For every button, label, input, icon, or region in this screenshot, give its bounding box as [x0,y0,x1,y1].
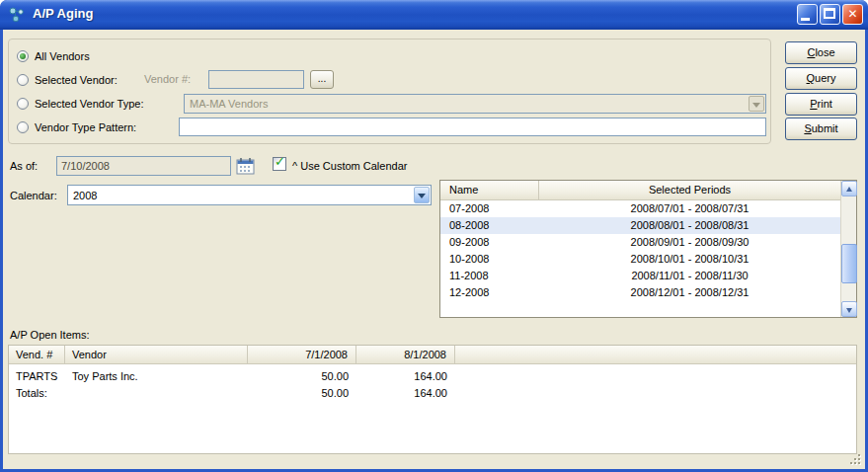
column-header-vendor[interactable]: Vendor [65,346,248,363]
column-header-vend-number[interactable]: Vend. # [9,346,65,363]
period-row[interactable]: 09-2008 2008/09/01 - 2008/09/30 [440,234,840,251]
close-button[interactable]: Close [785,41,857,64]
titlebar[interactable]: A/P Aging ✕ [0,0,868,30]
vendor-number-label: Vendor #: [144,73,191,85]
window-title: A/P Aging [33,6,93,21]
open-items-label: A/P Open Items: [10,329,90,341]
vendor-number-input[interactable] [208,70,304,89]
period-row[interactable]: 11-2008 2008/11/01 - 2008/11/30 [440,268,840,284]
vendor-selection-group: All Vendors Selected Vendor: Vendor #: .… [8,39,771,144]
submit-button[interactable]: Submit [785,118,857,140]
all-vendors-row: All Vendors [17,46,764,66]
print-button[interactable]: Print [785,93,857,116]
calendar-dropdown-arrow-icon[interactable] [414,187,430,203]
radio-selected-vendor-label[interactable]: Selected Vendor: [35,74,118,86]
period-name: 10-2008 [440,251,539,268]
calendar-icon [236,157,256,175]
use-custom-calendar-label[interactable]: ^ Use Custom Calendar [292,160,407,172]
check-icon: ✓ [275,154,285,169]
cell-vend-number: TPARTS [9,368,65,384]
open-items-row: TPARTS Toy Parts Inc. 50.00 164.00 [9,368,856,384]
radio-selected-vendor[interactable] [17,74,29,86]
cell-bucket1: 50.00 [248,368,356,384]
as-of-date-input[interactable] [56,156,231,176]
period-range: 2008/10/01 - 2008/10/31 [539,251,840,268]
app-icon [8,6,26,24]
cell-totals-label: Totals: [9,385,65,401]
periods-scrollbar[interactable] [840,181,856,317]
radio-selected-vendor-type-label[interactable]: Selected Vendor Type: [35,98,144,110]
ap-aging-window: A/P Aging ✕ All Vendors Selected Vendor: [0,0,868,472]
vendor-pattern-input[interactable] [179,118,766,136]
periods-list-header: Name Selected Periods [440,181,840,200]
minimize-button[interactable] [797,4,818,25]
cell-bucket1-total: 50.00 [248,385,356,401]
selected-vendor-row: Selected Vendor: Vendor #: ... [17,70,764,90]
use-custom-calendar-checkbox[interactable]: ✓ [273,157,286,171]
column-header-filler [455,346,856,363]
column-header-selected-periods[interactable]: Selected Periods [539,181,840,199]
calendar-select[interactable]: 2008 [67,185,432,205]
column-header-bucket1[interactable]: 7/1/2008 [248,346,356,363]
period-name: 11-2008 [440,268,539,284]
period-name: 09-2008 [440,234,539,251]
vendor-type-pattern-row: Vendor Type Pattern: [17,118,764,137]
as-of-label: As of: [10,160,38,172]
minimize-icon [801,18,810,21]
close-icon: ✕ [843,5,862,24]
vendor-browse-button[interactable]: ... [310,70,334,89]
cell-vendor: Toy Parts Inc. [65,368,248,384]
period-name: 12-2008 [440,284,539,301]
cell-bucket2-total: 164.00 [356,385,455,401]
query-button[interactable]: Query [785,67,857,90]
radio-all-vendors[interactable] [17,50,29,62]
open-items-totals-row: Totals: 50.00 164.00 [9,385,856,401]
scroll-up-icon [846,187,852,192]
periods-list: Name Selected Periods 07-2008 2008/07/01… [439,180,857,318]
column-header-bucket2[interactable]: 8/1/2008 [356,346,455,363]
cell-bucket2: 164.00 [356,368,455,384]
period-row[interactable]: 07-2008 2008/07/01 - 2008/07/31 [440,200,840,217]
cell-vendor [65,385,248,401]
radio-selected-vendor-type[interactable] [17,98,29,110]
radio-vendor-type-pattern[interactable] [17,121,29,133]
open-items-table: Vend. # Vendor 7/1/2008 8/1/2008 TPARTS … [8,345,857,454]
period-range: 2008/12/01 - 2008/12/31 [539,284,840,301]
period-range: 2008/11/01 - 2008/11/30 [539,268,840,284]
period-range: 2008/09/01 - 2008/09/30 [539,234,840,251]
period-row[interactable]: 10-2008 2008/10/01 - 2008/10/31 [440,251,840,268]
radio-vendor-type-pattern-label[interactable]: Vendor Type Pattern: [35,121,136,133]
scroll-down-icon [846,308,852,313]
period-row-selected[interactable]: 08-2008 2008/08/01 - 2008/08/31 [440,217,840,234]
dialog-body: All Vendors Selected Vendor: Vendor #: .… [3,30,865,469]
selected-vendor-type-row: Selected Vendor Type: MA-MA Vendors [17,94,764,114]
maximize-button[interactable] [820,4,840,25]
resize-grip[interactable] [849,453,862,466]
column-header-name[interactable]: Name [440,181,539,199]
period-row[interactable]: 12-2008 2008/12/01 - 2008/12/31 [440,284,840,301]
scroll-down-button[interactable] [841,301,857,317]
close-window-button[interactable]: ✕ [842,4,863,25]
scrollbar-thumb[interactable] [841,244,857,283]
period-range: 2008/08/01 - 2008/08/31 [539,217,840,234]
calendar-picker-button[interactable] [236,157,258,177]
calendar-value: 2008 [73,190,97,201]
period-name: 08-2008 [440,217,539,234]
period-range: 2008/07/01 - 2008/07/31 [539,200,840,217]
vendor-type-value: MA-MA Vendors [190,98,268,110]
period-name: 07-2008 [440,200,539,217]
scroll-up-button[interactable] [841,181,857,197]
maximize-icon [824,8,835,19]
dropdown-arrow-icon[interactable] [749,96,764,112]
vendor-type-select[interactable]: MA-MA Vendors [184,94,766,114]
calendar-label: Calendar: [10,190,57,201]
radio-all-vendors-label[interactable]: All Vendors [35,50,90,62]
window-controls: ✕ [797,4,863,25]
open-items-header: Vend. # Vendor 7/1/2008 8/1/2008 [9,346,856,364]
